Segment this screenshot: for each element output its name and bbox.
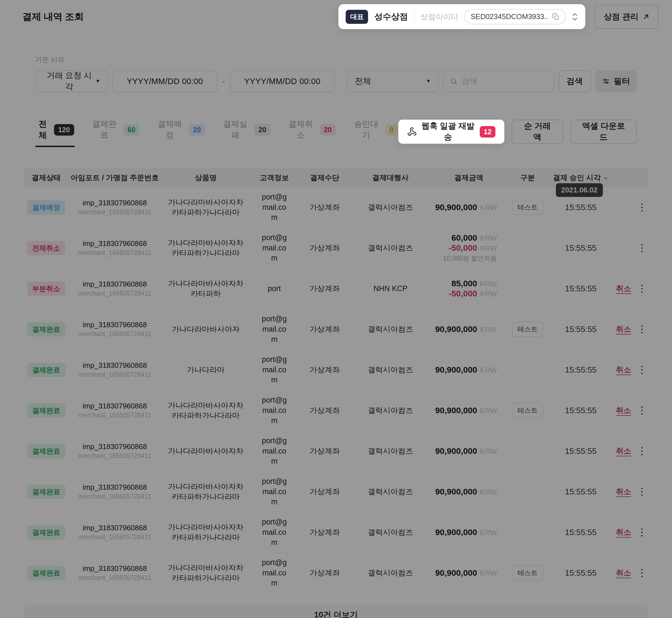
date-range-separator: - [222,77,225,86]
tab-승인대기[interactable]: 승인대기0 [351,117,398,146]
store-id-pill[interactable]: SED02345DCOM3933.. [464,9,565,24]
kebab-menu-icon[interactable] [640,486,644,498]
cancel-link[interactable]: 취소 [616,527,631,537]
column-header: 결제대행사 [351,173,430,183]
cancel-link[interactable]: 취소 [616,284,631,294]
customer-info: port@gmail.com [259,436,289,466]
order-cell: imp_318307960868 merchant_165605728411 [69,564,161,582]
topbar-right: 대표 성수상점 상점아이디 SED02345DCOM3933.. 상점 관리 [339,4,659,29]
cancel-link[interactable]: 취소 [616,365,631,375]
column-header: 상품명 [161,173,251,183]
filter-button[interactable]: 필터 [595,70,637,92]
cancel-link[interactable]: 취소 [616,405,631,415]
payment-method: 가상계좌 [298,324,351,334]
status-cell: 결제완료 [24,363,69,377]
pg-provider: 갤럭시아컴즈 [351,243,430,253]
customer-info: port@gmail.com [259,232,289,263]
date-to-input[interactable]: YYYY/MM/DD 00:00 [230,70,335,92]
date-from-input[interactable]: YYYY/MM/DD 00:00 [113,70,217,92]
status-cell: 결제완료 [24,444,69,458]
tab-결제실패[interactable]: 결제실패20 [220,117,271,146]
search-input[interactable] [461,77,547,86]
date-type-dropdown[interactable]: 거래 요청 시각 ▼ [35,70,108,92]
store-select-chevrons-icon[interactable] [572,13,578,21]
status-badge: 전체취소 [27,241,65,255]
product-name: 가나다라마바사아자차카타파하가나다라마 [166,482,245,502]
product-cell: 가나다라마바사아자차카타파하 [161,279,251,299]
tab-전체[interactable]: 전체120 [35,117,75,146]
row-actions: 취소 [614,567,648,579]
load-more-button[interactable]: 10건 더보기 [24,604,648,618]
row-actions: 취소 [614,405,648,416]
amount-cell: 90,900,000KRW [430,527,508,537]
imp-uid: imp_318307960868 [83,564,147,573]
kebab-menu-icon[interactable] [640,324,644,335]
topbar: 결제 내역 조회 대표 성수상점 상점아이디 SED02345DCOM3933.… [0,0,672,34]
customer-info: port@gmail.com [259,395,289,425]
table-row: 결제완료 imp_318307960868 merchant_165605728… [24,309,648,349]
action-buttons: 웹훅 일괄 재발송 12 순 거래액 엑셀 다운로드 [398,120,637,144]
store-switcher[interactable]: 대표 성수상점 상점아이디 SED02345DCOM3933.. [339,4,585,29]
store-manage-label: 상점 관리 [604,11,638,22]
customer-cell: port [251,284,298,294]
date-chip: 2021.06.02 [556,183,603,197]
amount-cell: 90,900,000KRW [430,568,508,578]
pg-provider: 갤럭시아컴즈 [351,568,430,578]
column-header: 결제상태 [24,173,69,183]
imp-uid: imp_318307960868 [83,320,147,329]
column-header: 결제수단 [298,173,351,183]
category-badge: 테스트 [512,565,543,581]
order-cell: imp_318307960868 merchant_165605728411 [69,199,161,216]
excel-download-button[interactable]: 엑셀 다운로드 [570,120,637,144]
product-name: 가나다라마바사아자차카타파하가나다라마 [166,197,245,218]
kebab-menu-icon[interactable] [640,242,644,254]
webhook-bulk-resend-button[interactable]: 웹훅 일괄 재발송 12 [398,120,504,144]
pg-provider: 갤럭시아컴즈 [351,527,430,537]
status-filter-value: 전체 [355,76,371,87]
amount-cell: 90,900,000KRW [430,446,508,456]
status-badge: 결제완료 [27,322,65,336]
table-row: 결제완료 imp_318307960868 merchant_165605728… [24,349,648,390]
kebab-menu-icon[interactable] [640,202,644,213]
table-row: 결제완료 imp_318307960868 merchant_165605728… [24,390,648,431]
kebab-menu-icon[interactable] [640,445,644,457]
filter-lines-icon [602,77,610,85]
status-filter-dropdown[interactable]: 전체 ▼ [347,70,438,92]
search-button[interactable]: 검색 [559,70,591,92]
amount-cell: 85,000KRW-50,000KRW [430,279,508,298]
kebab-menu-icon[interactable] [640,567,644,579]
approved-time: 15:55:55 [547,569,614,578]
table-row: 결제완료 imp_318307960868 merchant_165605728… [24,553,648,593]
cancel-link[interactable]: 취소 [616,487,631,497]
store-name: 성수상점 [374,11,408,22]
product-name: 가나다라마바사아자차카타파하 [166,279,245,299]
tab-결제완료[interactable]: 결제완료60 [89,117,140,146]
search-box[interactable] [443,70,554,92]
column-header[interactable]: 결제 승인 시각 [547,173,614,183]
customer-cell: port@gmail.com [251,436,298,466]
merchant-uid: merchant_165605728411 [79,493,151,500]
kebab-menu-icon[interactable] [640,405,644,416]
cancel-link[interactable]: 취소 [616,446,631,456]
customer-info: port@gmail.com [259,517,289,547]
category-badge: 테스트 [512,322,543,337]
store-manage-button[interactable]: 상점 관리 [595,5,659,29]
tab-결제예정[interactable]: 결제예정20 [154,117,206,146]
date-from-placeholder: YYYY/MM/DD 00:00 [127,77,203,86]
merchant-uid: merchant_165605728411 [79,371,151,379]
table-row: 결제예정 imp_318307960868 merchant_165605728… [24,187,648,228]
order-cell: imp_318307960868 merchant_165605728411 [69,280,161,297]
kebab-menu-icon[interactable] [640,527,644,538]
cancel-link[interactable]: 취소 [616,568,631,578]
merchant-uid: merchant_165605728411 [79,533,151,541]
product-cell: 가나다라마바사아자차카타파하가나다라마 [161,522,251,543]
store-type-badge: 대표 [346,10,368,24]
cancel-link[interactable]: 취소 [616,324,631,334]
net-amount-button[interactable]: 순 거래액 [512,120,563,144]
kebab-menu-icon[interactable] [640,364,644,376]
date-to-placeholder: YYYY/MM/DD 00:00 [244,77,320,86]
copy-icon[interactable] [552,13,559,20]
kebab-menu-icon[interactable] [640,283,644,294]
tab-결제취소[interactable]: 결제취소20 [285,117,337,146]
customer-info: port@gmail.com [259,314,289,344]
